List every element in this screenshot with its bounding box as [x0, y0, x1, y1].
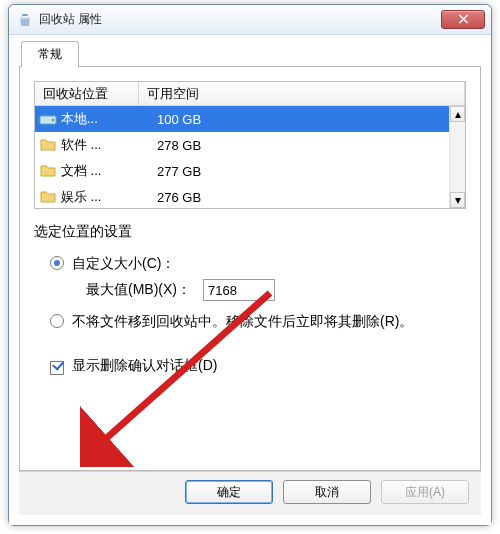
properties-window: 回收站 属性 常规 回收站位置 可用空间 [8, 4, 492, 526]
close-icon [458, 13, 469, 27]
max-size-input[interactable] [203, 279, 275, 301]
row-space: 100 GB [157, 112, 465, 127]
folder-icon [39, 136, 57, 154]
list-header[interactable]: 回收站位置 可用空间 [35, 82, 465, 106]
tabbar: 常规 [19, 41, 481, 67]
tab-general[interactable]: 常规 [21, 41, 79, 67]
folder-icon [39, 188, 57, 206]
ok-button[interactable]: 确定 [185, 480, 273, 504]
list-row[interactable]: 本地... 100 GB [35, 106, 465, 132]
list-row[interactable]: 软件 ... 278 GB [35, 132, 465, 158]
col-location[interactable]: 回收站位置 [35, 82, 139, 105]
row-space: 278 GB [157, 138, 465, 153]
radio-label: 不将文件移到回收站中。移除文件后立即将其删除(R)。 [72, 311, 413, 331]
group-label: 选定位置的设置 [34, 223, 466, 241]
radio-label: 自定义大小(C)： [72, 253, 175, 273]
chevron-down-icon: ▾ [455, 193, 461, 207]
scroll-up-button[interactable]: ▴ [450, 106, 465, 122]
row-name: 文档 ... [61, 162, 157, 180]
max-size-label: 最大值(MB)(X)： [86, 281, 191, 299]
tab-page: 回收站位置 可用空间 本地... 100 GB 软件 ... 278 GB [19, 66, 481, 471]
radio-icon [50, 256, 64, 270]
titlebar[interactable]: 回收站 属性 [9, 5, 491, 35]
close-button[interactable] [441, 10, 485, 29]
list-row[interactable]: 娱乐 ... 276 GB [35, 184, 465, 208]
list-body: 本地... 100 GB 软件 ... 278 GB 文档 ... 277 GB [35, 106, 465, 208]
apply-button[interactable]: 应用(A) [381, 480, 469, 504]
dialog-footer: 确定 取消 应用(A) [19, 471, 481, 515]
cancel-button[interactable]: 取消 [283, 480, 371, 504]
row-name: 本地... [61, 110, 157, 128]
scroll-track[interactable] [450, 122, 465, 192]
window-title: 回收站 属性 [39, 11, 102, 28]
row-space: 277 GB [157, 164, 465, 179]
checkbox-icon [50, 361, 64, 375]
row-name: 娱乐 ... [61, 188, 157, 206]
drive-icon [39, 110, 57, 128]
folder-icon [39, 162, 57, 180]
radio-custom-size[interactable]: 自定义大小(C)： [50, 253, 466, 273]
max-size-row: 最大值(MB)(X)： [86, 279, 466, 301]
svg-point-3 [52, 119, 54, 121]
options-group: 自定义大小(C)： 最大值(MB)(X)： 不将文件移到回收站中。移除文件后立即… [34, 241, 466, 375]
scrollbar[interactable]: ▴ ▾ [449, 106, 465, 208]
locations-list[interactable]: 回收站位置 可用空间 本地... 100 GB 软件 ... 278 GB [34, 81, 466, 209]
list-row[interactable]: 文档 ... 277 GB [35, 158, 465, 184]
chevron-up-icon: ▴ [455, 107, 461, 121]
tab-label: 常规 [38, 46, 62, 63]
row-name: 软件 ... [61, 136, 157, 154]
radio-no-recycle[interactable]: 不将文件移到回收站中。移除文件后立即将其删除(R)。 [50, 311, 466, 331]
client-area: 常规 回收站位置 可用空间 本地... 100 GB [9, 35, 491, 525]
scroll-down-button[interactable]: ▾ [450, 192, 465, 208]
row-space: 276 GB [157, 190, 465, 205]
checkbox-label: 显示删除确认对话框(D) [72, 357, 217, 375]
radio-icon [50, 314, 64, 328]
checkbox-confirm-delete[interactable]: 显示删除确认对话框(D) [50, 357, 466, 375]
recycle-bin-icon [17, 12, 33, 28]
svg-rect-0 [22, 14, 28, 16]
col-space[interactable]: 可用空间 [139, 82, 465, 105]
